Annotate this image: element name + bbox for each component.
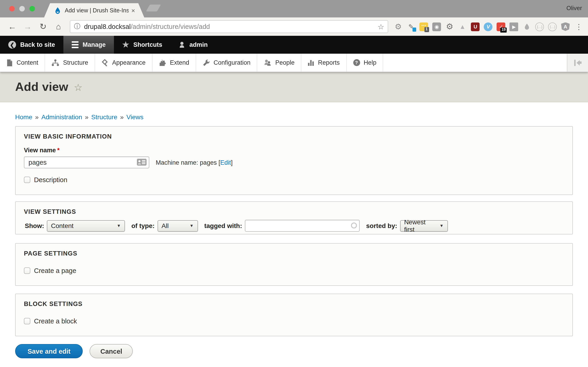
drupal-favicon-icon [54,7,61,14]
code-braces-icon[interactable]: {…} [536,22,544,31]
reload-icon[interactable]: ↻ [37,20,49,33]
show-label: Show: [25,222,44,229]
description-label[interactable]: Description [34,176,67,184]
autocomplete-throbber-icon [351,223,357,228]
site-info-icon[interactable]: ⓘ [74,23,80,31]
fieldset-page-settings: PAGE SETTINGS Create a page [15,243,573,286]
form-actions: Save and edit Cancel [15,344,573,367]
chevron-down-icon: ▼ [435,223,444,228]
menu-item-content[interactable]: Content [0,54,45,72]
page-content: Home»Administration»Structure»Views VIEW… [0,113,588,367]
puzzle-icon [159,59,166,66]
fieldset-legend: VIEW SETTINGS [24,208,564,215]
fieldset-view-settings: VIEW SETTINGS Show: Content ▼ of type: A… [15,201,573,234]
menu-item-appearance[interactable]: Appearance [95,54,153,72]
toolbar-collapse-button[interactable] [567,54,588,72]
fieldset-legend: BLOCK SETTINGS [24,300,564,307]
favorite-star-icon[interactable]: ☆ [74,82,82,93]
create-block-label[interactable]: Create a block [34,317,77,325]
settings-gear-icon[interactable]: ⚙ [394,22,403,31]
menu-item-people[interactable]: People [257,54,301,72]
sticky-notes-icon[interactable]: •••1 [420,22,428,31]
chevron-down-icon: ▼ [185,223,194,228]
create-page-checkbox[interactable] [24,267,30,274]
url-text[interactable]: drupal8.docksal/admin/structure/views/ad… [84,23,378,30]
description-checkbox[interactable] [24,177,30,183]
menu-item-configuration[interactable]: Configuration [196,54,258,72]
browser-toolbar: ← → ↻ ⌂ ⓘ drupal8.docksal/admin/structur… [0,17,588,36]
view-name-label: View name* [24,147,564,154]
browser-menu-icon[interactable]: ⋮ [574,22,583,31]
create-block-checkbox[interactable] [24,318,30,324]
bar-chart-icon [308,59,314,66]
menu-item-extend[interactable]: Extend [153,54,196,72]
create-page-label[interactable]: Create a page [34,267,76,274]
tagged-with-input[interactable] [245,220,360,232]
google-drive-icon[interactable]: ▲ [458,22,467,31]
browser-tab[interactable]: Add view | Drush Site-Install × [44,3,144,17]
page-title: Add view [15,80,68,94]
todoist-icon[interactable]: ✓19 [497,22,506,31]
back-icon[interactable]: ← [6,20,19,33]
cancel-button[interactable]: Cancel [90,344,133,358]
extensions-row: ⚙ ✎ •••1 ◉ ⚙ ▲ U V ✓19 ▶ {…} (…) A [394,22,570,31]
admin-user-tab[interactable]: admin [171,36,216,54]
fieldset-legend: PAGE SETTINGS [24,250,564,257]
view-name-input[interactable] [24,156,149,168]
browser-profile-name[interactable]: Oliver [566,5,582,11]
breadcrumb-administration[interactable]: Administration [41,113,82,121]
menu-item-reports[interactable]: Reports [302,54,347,72]
title-bar: Add view | Drush Site-Install × Oliver [0,0,588,17]
menu-item-structure[interactable]: Structure [45,54,95,72]
menu-item-help[interactable]: ? Help [346,54,383,72]
shortcuts-tab[interactable]: ★ Shortcuts [114,36,171,54]
todoist-badge: 19 [501,27,507,32]
new-tab-button[interactable] [146,5,161,11]
paintbrush-icon [102,59,108,66]
save-and-edit-button[interactable]: Save and edit [15,344,83,358]
hamburger-icon [72,41,78,48]
vimeo-icon[interactable]: V [484,22,493,31]
of-type-label: of type: [131,222,155,229]
tab-title: Add view | Drush Site-Install [65,7,129,14]
tab-close-icon[interactable]: × [131,7,135,14]
show-select[interactable]: Content ▼ [47,220,125,232]
ublock-origin-icon[interactable]: U [471,22,480,31]
contact-card-icon[interactable] [137,159,147,166]
file-icon [6,59,13,66]
back-to-site-button[interactable]: ❮ Back to site [0,36,63,54]
drupal-gray-icon[interactable] [523,22,531,31]
machine-name-text: Machine name: pages [Edit] [156,159,233,166]
screenshot-camera-icon[interactable]: ◉ [432,22,441,31]
zoom-window-button[interactable] [29,6,35,11]
minimize-window-button[interactable] [19,6,25,11]
breadcrumb-views[interactable]: Views [127,113,144,121]
color-picker-icon[interactable]: ✎ [407,22,415,31]
breadcrumb-structure[interactable]: Structure [91,113,117,121]
url-host: drupal8.docksal [84,23,131,30]
close-window-button[interactable] [9,6,15,11]
angular-icon[interactable]: A [561,22,570,31]
breadcrumb-home[interactable]: Home [15,113,32,121]
fieldset-view-basic-information: VIEW BASIC INFORMATION View name* [15,126,573,195]
user-icon [179,41,185,48]
required-marker: * [57,147,60,154]
drupal-menu-toolbar: Content Structure Appearance Extend [0,54,588,72]
machine-name-edit-link[interactable]: Edit [220,159,231,166]
code-parens-icon[interactable]: (…) [548,22,557,31]
forward-icon: → [21,20,34,33]
collapse-left-icon [573,59,582,66]
url-path: /admin/structure/views/add [131,23,210,30]
sorted-by-select[interactable]: Newest first ▼ [400,220,448,232]
page-header: Add view ☆ [0,72,588,102]
dev-gear-icon[interactable]: ⚙ [445,22,454,31]
chevron-down-icon: ▼ [112,223,121,228]
back-chevron-icon: ❮ [8,41,16,49]
address-bar[interactable]: ⓘ drupal8.docksal/admin/structure/views/… [70,20,389,33]
video-play-icon[interactable]: ▶ [510,22,519,31]
type-select[interactable]: All ▼ [157,220,198,232]
question-icon: ? [353,59,360,66]
manage-tab[interactable]: Manage [63,36,114,54]
bookmark-star-icon[interactable]: ☆ [378,22,384,31]
home-icon[interactable]: ⌂ [52,20,65,33]
